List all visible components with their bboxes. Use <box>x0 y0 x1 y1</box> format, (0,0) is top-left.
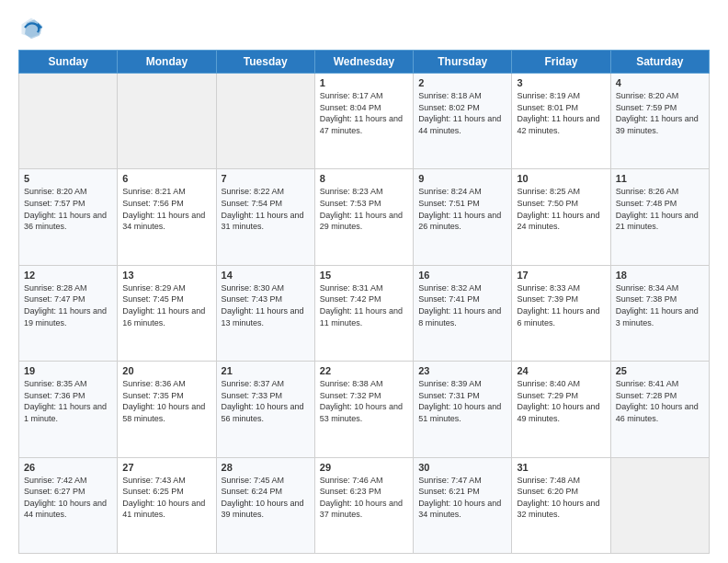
day-number: 4 <box>616 77 704 88</box>
day-info: Sunrise: 8:21 AMSunset: 7:56 PMDaylight:… <box>122 186 210 232</box>
day-info: Sunrise: 8:24 AMSunset: 7:51 PMDaylight:… <box>418 186 506 232</box>
calendar-day-cell: 16Sunrise: 8:32 AMSunset: 7:41 PMDayligh… <box>414 265 512 361</box>
day-info: Sunrise: 8:25 AMSunset: 7:50 PMDaylight:… <box>517 186 605 232</box>
calendar-table: SundayMondayTuesdayWednesdayThursdayFrid… <box>18 50 710 554</box>
day-number: 21 <box>222 365 310 376</box>
logo-icon <box>18 15 44 40</box>
weekday-header: Friday <box>512 51 610 74</box>
calendar-day-cell <box>216 74 314 169</box>
day-number: 18 <box>616 270 704 281</box>
day-info: Sunrise: 8:20 AMSunset: 7:57 PMDaylight:… <box>24 186 112 232</box>
calendar-day-cell: 22Sunrise: 8:38 AMSunset: 7:32 PMDayligh… <box>314 362 413 457</box>
calendar-day-cell: 29Sunrise: 7:46 AMSunset: 6:23 PMDayligh… <box>314 457 413 553</box>
calendar-day-cell: 17Sunrise: 8:33 AMSunset: 7:39 PMDayligh… <box>512 265 610 361</box>
day-info: Sunrise: 8:36 AMSunset: 7:35 PMDaylight:… <box>122 378 210 424</box>
calendar-day-cell: 8Sunrise: 8:23 AMSunset: 7:53 PMDaylight… <box>314 169 413 265</box>
weekday-header: Monday <box>118 51 216 74</box>
calendar-day-cell: 20Sunrise: 8:36 AMSunset: 7:35 PMDayligh… <box>118 362 216 457</box>
weekday-header: Wednesday <box>314 51 413 74</box>
day-number: 20 <box>122 365 210 376</box>
calendar-day-cell: 27Sunrise: 7:43 AMSunset: 6:25 PMDayligh… <box>118 457 216 553</box>
day-number: 1 <box>320 77 408 88</box>
day-info: Sunrise: 7:47 AMSunset: 6:21 PMDaylight:… <box>418 475 506 521</box>
day-number: 2 <box>418 77 506 88</box>
day-info: Sunrise: 8:29 AMSunset: 7:45 PMDaylight:… <box>122 282 210 328</box>
calendar-day-cell <box>19 74 118 169</box>
day-number: 28 <box>222 462 310 473</box>
day-info: Sunrise: 8:23 AMSunset: 7:53 PMDaylight:… <box>320 186 408 232</box>
calendar-day-cell: 1Sunrise: 8:17 AMSunset: 8:04 PMDaylight… <box>314 74 413 169</box>
header-row: SundayMondayTuesdayWednesdayThursdayFrid… <box>19 51 710 74</box>
calendar-day-cell: 14Sunrise: 8:30 AMSunset: 7:43 PMDayligh… <box>216 265 314 361</box>
calendar-day-cell: 26Sunrise: 7:42 AMSunset: 6:27 PMDayligh… <box>19 457 118 553</box>
day-info: Sunrise: 8:20 AMSunset: 7:59 PMDaylight:… <box>616 90 704 136</box>
day-info: Sunrise: 8:22 AMSunset: 7:54 PMDaylight:… <box>222 186 310 232</box>
calendar-day-cell: 31Sunrise: 7:48 AMSunset: 6:20 PMDayligh… <box>512 457 610 553</box>
day-info: Sunrise: 8:28 AMSunset: 7:47 PMDaylight:… <box>24 282 112 328</box>
day-info: Sunrise: 8:40 AMSunset: 7:29 PMDaylight:… <box>517 378 605 424</box>
day-info: Sunrise: 8:31 AMSunset: 7:42 PMDaylight:… <box>320 282 408 328</box>
day-number: 15 <box>320 270 408 281</box>
day-number: 12 <box>24 270 112 281</box>
weekday-header: Saturday <box>610 51 709 74</box>
day-number: 9 <box>418 173 506 184</box>
calendar-header: SundayMondayTuesdayWednesdayThursdayFrid… <box>19 51 710 74</box>
day-number: 13 <box>122 270 210 281</box>
calendar-day-cell: 18Sunrise: 8:34 AMSunset: 7:38 PMDayligh… <box>610 265 709 361</box>
calendar-day-cell: 24Sunrise: 8:40 AMSunset: 7:29 PMDayligh… <box>512 362 610 457</box>
calendar-week-row: 26Sunrise: 7:42 AMSunset: 6:27 PMDayligh… <box>19 457 710 553</box>
day-info: Sunrise: 8:30 AMSunset: 7:43 PMDaylight:… <box>222 282 310 328</box>
calendar-day-cell: 9Sunrise: 8:24 AMSunset: 7:51 PMDaylight… <box>414 169 512 265</box>
day-info: Sunrise: 8:32 AMSunset: 7:41 PMDaylight:… <box>418 282 506 328</box>
weekday-header: Sunday <box>19 51 118 74</box>
calendar-day-cell: 7Sunrise: 8:22 AMSunset: 7:54 PMDaylight… <box>216 169 314 265</box>
day-number: 30 <box>418 462 506 473</box>
day-number: 23 <box>418 365 506 376</box>
calendar-day-cell: 13Sunrise: 8:29 AMSunset: 7:45 PMDayligh… <box>118 265 216 361</box>
calendar-day-cell: 5Sunrise: 8:20 AMSunset: 7:57 PMDaylight… <box>19 169 118 265</box>
day-number: 31 <box>517 462 605 473</box>
calendar-day-cell: 2Sunrise: 8:18 AMSunset: 8:02 PMDaylight… <box>414 74 512 169</box>
calendar-day-cell <box>118 74 216 169</box>
day-info: Sunrise: 8:26 AMSunset: 7:48 PMDaylight:… <box>616 186 704 232</box>
calendar-week-row: 19Sunrise: 8:35 AMSunset: 7:36 PMDayligh… <box>19 362 710 457</box>
day-number: 25 <box>616 365 704 376</box>
day-number: 6 <box>122 173 210 184</box>
day-number: 14 <box>222 270 310 281</box>
day-number: 26 <box>24 462 112 473</box>
calendar-page: SundayMondayTuesdayWednesdayThursdayFrid… <box>0 0 728 563</box>
calendar-body: 1Sunrise: 8:17 AMSunset: 8:04 PMDaylight… <box>19 74 710 554</box>
calendar-week-row: 12Sunrise: 8:28 AMSunset: 7:47 PMDayligh… <box>19 265 710 361</box>
calendar-day-cell: 12Sunrise: 8:28 AMSunset: 7:47 PMDayligh… <box>19 265 118 361</box>
calendar-day-cell <box>610 457 709 553</box>
calendar-day-cell: 30Sunrise: 7:47 AMSunset: 6:21 PMDayligh… <box>414 457 512 553</box>
day-info: Sunrise: 7:43 AMSunset: 6:25 PMDaylight:… <box>122 475 210 521</box>
calendar-day-cell: 6Sunrise: 8:21 AMSunset: 7:56 PMDaylight… <box>118 169 216 265</box>
calendar-week-row: 5Sunrise: 8:20 AMSunset: 7:57 PMDaylight… <box>19 169 710 265</box>
day-info: Sunrise: 8:33 AMSunset: 7:39 PMDaylight:… <box>517 282 605 328</box>
day-number: 16 <box>418 270 506 281</box>
calendar-day-cell: 21Sunrise: 8:37 AMSunset: 7:33 PMDayligh… <box>216 362 314 457</box>
day-info: Sunrise: 8:35 AMSunset: 7:36 PMDaylight:… <box>24 378 112 424</box>
day-info: Sunrise: 7:42 AMSunset: 6:27 PMDaylight:… <box>24 475 112 521</box>
day-info: Sunrise: 8:37 AMSunset: 7:33 PMDaylight:… <box>222 378 310 424</box>
calendar-day-cell: 28Sunrise: 7:45 AMSunset: 6:24 PMDayligh… <box>216 457 314 553</box>
day-info: Sunrise: 8:41 AMSunset: 7:28 PMDaylight:… <box>616 378 704 424</box>
calendar-week-row: 1Sunrise: 8:17 AMSunset: 8:04 PMDaylight… <box>19 74 710 169</box>
calendar-day-cell: 3Sunrise: 8:19 AMSunset: 8:01 PMDaylight… <box>512 74 610 169</box>
day-number: 27 <box>122 462 210 473</box>
header <box>18 15 710 40</box>
day-info: Sunrise: 8:38 AMSunset: 7:32 PMDaylight:… <box>320 378 408 424</box>
day-number: 5 <box>24 173 112 184</box>
day-info: Sunrise: 8:18 AMSunset: 8:02 PMDaylight:… <box>418 90 506 136</box>
calendar-day-cell: 15Sunrise: 8:31 AMSunset: 7:42 PMDayligh… <box>314 265 413 361</box>
day-info: Sunrise: 7:46 AMSunset: 6:23 PMDaylight:… <box>320 475 408 521</box>
weekday-header: Thursday <box>414 51 512 74</box>
calendar-day-cell: 19Sunrise: 8:35 AMSunset: 7:36 PMDayligh… <box>19 362 118 457</box>
calendar-day-cell: 11Sunrise: 8:26 AMSunset: 7:48 PMDayligh… <box>610 169 709 265</box>
calendar-day-cell: 4Sunrise: 8:20 AMSunset: 7:59 PMDaylight… <box>610 74 709 169</box>
calendar-day-cell: 10Sunrise: 8:25 AMSunset: 7:50 PMDayligh… <box>512 169 610 265</box>
weekday-header: Tuesday <box>216 51 314 74</box>
calendar-day-cell: 25Sunrise: 8:41 AMSunset: 7:28 PMDayligh… <box>610 362 709 457</box>
day-info: Sunrise: 8:19 AMSunset: 8:01 PMDaylight:… <box>517 90 605 136</box>
